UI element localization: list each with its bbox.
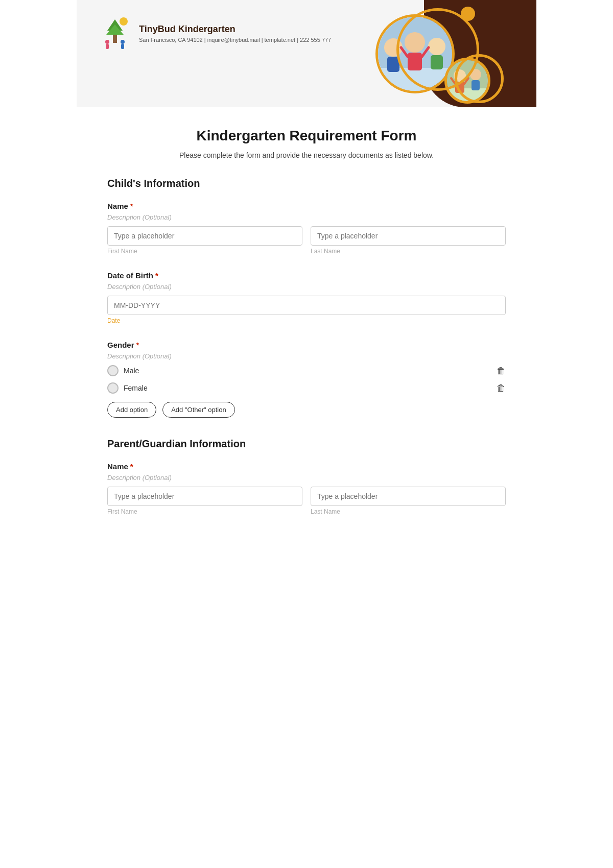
radio-label-male: Male	[124, 367, 139, 375]
svg-rect-21	[455, 82, 464, 93]
secondary-photo-circle	[444, 58, 490, 104]
section-parent-info: Parent/Guardian Information Name * Descr…	[107, 438, 506, 515]
required-star-dob: *	[155, 271, 158, 280]
field-label-gender: Gender *	[107, 341, 506, 349]
add-options-row: Add option Add "Other" option	[107, 402, 506, 418]
svg-rect-19	[447, 88, 488, 101]
parent-first-name-col: First Name	[107, 487, 302, 515]
section-parent-title: Parent/Guardian Information	[107, 438, 506, 450]
svg-point-20	[454, 69, 466, 82]
parent-last-name-col: Last Name	[311, 487, 506, 515]
dob-sublabel: Date	[107, 317, 506, 324]
radio-option-male: Male 🗑	[107, 365, 506, 376]
parent-name-input-row: First Name Last Name	[107, 487, 506, 515]
section-child-info: Child's Information Name * Description (…	[107, 178, 506, 418]
parent-first-name-label: First Name	[107, 508, 302, 515]
radio-left-female: Female	[107, 382, 148, 394]
main-photo-circle	[375, 14, 455, 93]
parent-last-name-input[interactable]	[311, 487, 506, 506]
first-name-col: First Name	[107, 226, 302, 255]
field-label-dob: Date of Birth *	[107, 271, 506, 280]
svg-rect-11	[387, 57, 399, 72]
main-photo	[378, 17, 452, 91]
radio-circle-female[interactable]	[107, 382, 119, 394]
section-child-title: Child's Information	[107, 178, 506, 189]
header-right-decoration	[383, 0, 536, 107]
form-content: Kindergarten Requirement Form Please com…	[77, 107, 536, 552]
field-child-gender: Gender * Description (Optional) Male 🗑 F…	[107, 341, 506, 418]
svg-rect-5	[106, 44, 109, 49]
form-title: Kindergarten Requirement Form	[107, 128, 506, 144]
required-star-parent-name: *	[130, 462, 133, 471]
radio-option-female: Female 🗑	[107, 382, 506, 394]
svg-rect-7	[121, 44, 124, 49]
orange-dot-icon	[461, 7, 475, 21]
field-child-dob: Date of Birth * Description (Optional) D…	[107, 271, 506, 324]
field-child-name: Name * Description (Optional) First Name…	[107, 202, 506, 255]
field-desc-dob: Description (Optional)	[107, 283, 506, 291]
last-name-col: Last Name	[311, 226, 506, 255]
field-desc-name: Description (Optional)	[107, 213, 506, 221]
parent-first-name-input[interactable]	[107, 487, 302, 506]
radio-label-female: Female	[124, 384, 148, 392]
required-star-gender: *	[136, 341, 139, 349]
field-desc-gender: Description (Optional)	[107, 352, 506, 360]
svg-point-12	[405, 32, 425, 53]
form-subtitle: Please complete the form and provide the…	[107, 151, 506, 159]
required-star-name: *	[130, 202, 133, 210]
field-label-name: Name *	[107, 202, 506, 210]
logo-icon	[97, 15, 133, 51]
dob-input[interactable]	[107, 296, 506, 315]
first-name-label: First Name	[107, 248, 302, 255]
svg-point-6	[121, 40, 125, 44]
page-header: TinyBud Kindergarten San Francisco, CA 9…	[77, 0, 536, 107]
svg-rect-23	[471, 80, 480, 90]
header-logo-area: TinyBud Kindergarten San Francisco, CA 9…	[97, 15, 331, 51]
svg-point-22	[470, 69, 481, 80]
field-desc-parent-name: Description (Optional)	[107, 474, 506, 481]
delete-female-icon[interactable]: 🗑	[497, 383, 506, 394]
add-other-option-button[interactable]: Add "Other" option	[162, 402, 235, 418]
svg-rect-15	[431, 55, 443, 69]
first-name-input[interactable]	[107, 226, 302, 246]
name-input-row: First Name Last Name	[107, 226, 506, 255]
svg-point-0	[120, 17, 128, 26]
radio-left-male: Male	[107, 365, 139, 376]
svg-rect-13	[408, 53, 422, 70]
secondary-photo	[447, 60, 488, 101]
parent-last-name-label: Last Name	[311, 508, 506, 515]
radio-circle-male[interactable]	[107, 365, 119, 376]
last-name-input[interactable]	[311, 226, 506, 246]
logo-text-area: TinyBud Kindergarten San Francisco, CA 9…	[139, 24, 331, 43]
add-option-button[interactable]: Add option	[107, 402, 156, 418]
field-label-parent-name: Name *	[107, 462, 506, 471]
delete-male-icon[interactable]: 🗑	[497, 366, 506, 376]
svg-point-4	[105, 40, 109, 44]
svg-point-14	[428, 38, 445, 55]
logo-address: San Francisco, CA 94102 | inquire@tinybu…	[139, 37, 331, 43]
field-parent-name: Name * Description (Optional) First Name…	[107, 462, 506, 515]
svg-rect-1	[113, 35, 117, 43]
last-name-label: Last Name	[311, 248, 506, 255]
logo-name: TinyBud Kindergarten	[139, 24, 331, 35]
